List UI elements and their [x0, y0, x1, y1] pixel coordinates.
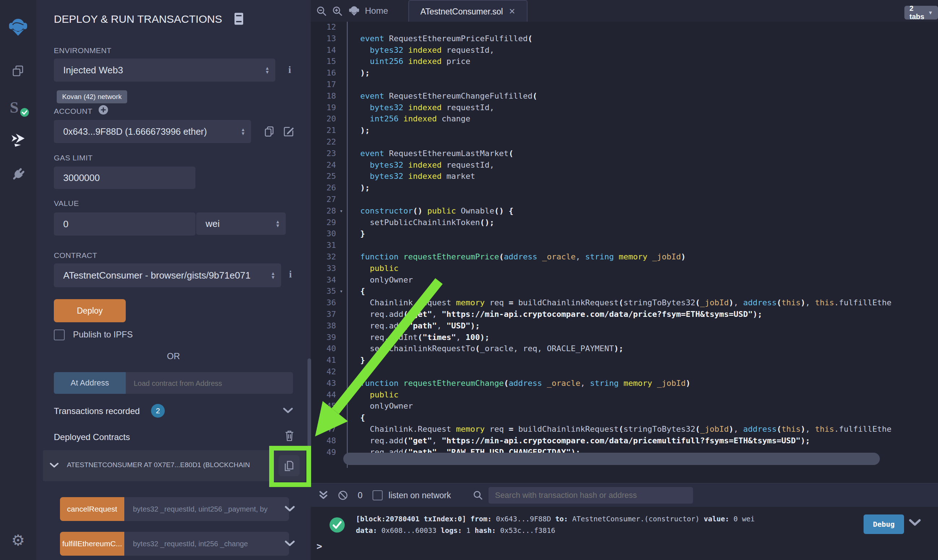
annotation-highlight-box	[269, 446, 311, 487]
code-line: 29 setPublicChainlinkToken();	[311, 218, 938, 229]
deploy-and-run-icon[interactable]	[0, 132, 36, 148]
environment-info-icon[interactable]: i	[288, 64, 291, 75]
code-line: 13event RequestEthereumPriceFulfilled(	[311, 34, 938, 46]
fold-arrow-icon[interactable]: ▾	[340, 288, 343, 294]
code-line: 27	[311, 195, 938, 206]
function-row: cancelRequest bytes32 _requestId, uint25…	[60, 497, 291, 521]
terminal-toolbar: 0 listen on network	[311, 483, 938, 507]
function-row: fulfillEthereumC... bytes32 _requestId, …	[60, 532, 291, 556]
at-address-button[interactable]: At Address	[54, 372, 126, 394]
code-line: 41}	[311, 355, 938, 367]
line-number: 31	[311, 241, 336, 250]
gas-limit-input[interactable]	[54, 166, 195, 189]
line-number: 19	[311, 103, 336, 112]
transactions-chevron-icon[interactable]	[283, 408, 294, 414]
fulfill-ethereum-button[interactable]: fulfillEthereumC...	[60, 532, 124, 556]
code-line: 42	[311, 367, 938, 378]
edit-account-icon[interactable]	[283, 125, 295, 138]
line-number: 38	[311, 321, 336, 330]
code-line: 23event RequestEthereumLastMarket(	[311, 149, 938, 160]
listen-network-checkbox[interactable]	[372, 490, 383, 500]
delete-contracts-trash-icon[interactable]	[284, 429, 295, 442]
deploy-button[interactable]: Deploy	[54, 299, 126, 322]
line-number: 34	[311, 275, 336, 284]
deployed-contract-row[interactable]: ATESTNETCONSUMER AT 0X7E7...E80D1 (BLOCK…	[43, 450, 305, 481]
editor-area: Home ATestnetConsumer.sol ✕ 2 tabs ▼ 121…	[311, 0, 938, 560]
code-line: 31	[311, 241, 938, 252]
tx-log-line[interactable]: data: 0x608...60033 logs: 1 hash: 0x53c.…	[356, 526, 555, 535]
clear-console-icon[interactable]	[337, 490, 348, 501]
listen-network-label: listen on network	[388, 491, 451, 500]
publish-ipfs-checkbox[interactable]	[54, 329, 65, 340]
tabs-count-dropdown[interactable]: 2 tabs ▼	[904, 6, 938, 20]
line-number: 22	[311, 137, 336, 146]
plugin-manager-icon[interactable]	[0, 167, 36, 182]
tab-bar: Home ATestnetConsumer.sol ✕ 2 tabs ▼	[311, 0, 938, 22]
code-editor[interactable]: 1213event RequestEthereumPriceFulfilled(…	[311, 22, 938, 483]
terminal-search-input[interactable]	[489, 487, 693, 504]
copy-account-icon[interactable]	[263, 125, 275, 138]
code-line: 39 req.addInt("times", 100);	[311, 333, 938, 344]
code-line: 15 uint256 indexed price	[311, 57, 938, 68]
zoom-in-icon[interactable]	[332, 5, 343, 17]
contract-expand-chevron-icon[interactable]	[49, 462, 59, 468]
documentation-icon[interactable]	[233, 12, 244, 25]
fulfill-ethereum-args[interactable]: bytes32 _requestId, int256 _change	[124, 532, 289, 556]
file-explorer-icon[interactable]	[0, 64, 36, 78]
value-unit-select[interactable]: wei ▲▼	[196, 212, 286, 235]
icon-sidebar: S ⚙	[0, 0, 36, 560]
contract-select[interactable]: ATestnetConsumer - browser/gists/9b71e07…	[54, 263, 281, 287]
solidity-compiler-icon[interactable]: S	[0, 98, 36, 118]
line-number: 24	[311, 160, 336, 169]
line-number: 39	[311, 333, 336, 342]
tx-log-line[interactable]: [block:20780401 txIndex:0] from: 0x643..…	[356, 515, 755, 523]
code-line: 44 public	[311, 390, 938, 402]
code-line: 47 Chainlink.Request memory req = buildC…	[311, 425, 938, 436]
home-remix-logo-icon	[348, 5, 360, 17]
at-address-input[interactable]	[126, 372, 294, 395]
code-line: 45 onlyOwner	[311, 402, 938, 413]
expand-function-chevron-icon[interactable]	[285, 540, 295, 547]
account-select[interactable]: 0x643...9F88D (1.666673996 ether) ▲▼	[54, 120, 251, 143]
settings-gear-icon[interactable]: ⚙	[0, 532, 36, 548]
debug-button[interactable]: Debug	[864, 514, 904, 534]
value-input[interactable]	[54, 212, 195, 235]
expand-terminal-icon[interactable]	[319, 490, 328, 500]
account-label: ACCOUNT	[54, 107, 92, 115]
contract-info-icon[interactable]: i	[289, 269, 292, 280]
environment-select[interactable]: Injected Web3 ▲▼	[54, 58, 275, 82]
line-number: 45	[311, 402, 336, 411]
contract-value: ATestnetConsumer - browser/gists/9b71e07…	[54, 270, 266, 281]
close-tab-icon[interactable]: ✕	[509, 7, 515, 16]
cancel-request-button[interactable]: cancelRequest	[60, 497, 124, 521]
active-tab[interactable]: ATestnetConsumer.sol ✕	[408, 0, 527, 22]
code-line: 28▾constructor() public Ownable() {	[311, 206, 938, 218]
code-line: 22	[311, 137, 938, 149]
log-expand-chevron-icon[interactable]	[909, 519, 921, 527]
line-number: 40	[311, 344, 336, 353]
terminal-prompt[interactable]: >	[317, 541, 322, 552]
editor-horizontal-scrollbar[interactable]	[343, 453, 880, 465]
environment-value: Injected Web3	[54, 65, 123, 76]
code-line: 12	[311, 22, 938, 34]
fold-arrow-icon[interactable]: ▾	[340, 208, 343, 214]
cancel-request-args[interactable]: bytes32 _requestId, uint256 _payment, by	[124, 497, 289, 521]
value-label: VALUE	[54, 199, 79, 208]
code-line: 37 req.add("get", "https://min-api.crypt…	[311, 310, 938, 321]
code-line: 43function requestEthereumChange(address…	[311, 378, 938, 390]
code-line: 48 req.add("get", "https://min-api.crypt…	[311, 436, 938, 448]
home-tab-label: Home	[365, 6, 388, 16]
fold-arrow-icon[interactable]: ▾	[340, 414, 343, 421]
code-line: 30}	[311, 229, 938, 241]
tabs-count-label: 2 tabs	[909, 4, 925, 21]
add-account-icon[interactable]	[98, 105, 108, 115]
deployed-contract-title: ATESTNETCONSUMER AT 0X7E7...E80D1 (BLOCK…	[67, 461, 280, 469]
active-tab-label: ATestnetConsumer.sol	[421, 7, 503, 17]
home-tab[interactable]: Home	[348, 5, 388, 17]
line-number: 35	[311, 286, 336, 295]
zoom-out-icon[interactable]	[316, 5, 328, 17]
line-number: 12	[311, 22, 336, 31]
code-line: 18event RequestEthereumChangeFulfilled(	[311, 91, 938, 103]
expand-function-chevron-icon[interactable]	[285, 506, 295, 512]
pending-tx-count: 0	[358, 490, 362, 500]
